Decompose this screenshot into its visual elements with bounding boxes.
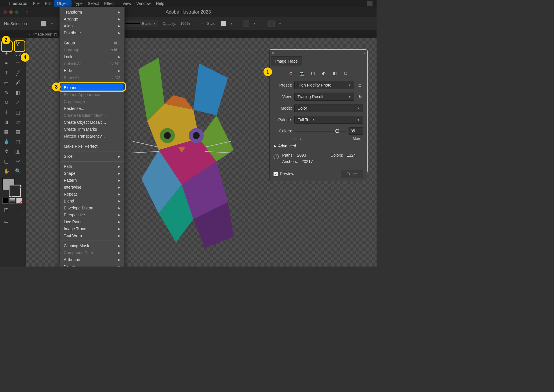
hand-tool[interactable]: ✋ (1, 166, 12, 176)
color-mode-gradient-icon[interactable] (9, 198, 15, 204)
menu-item-clipping-mask[interactable]: Clipping Mask▶ (60, 242, 124, 249)
fill-swatch[interactable] (41, 21, 46, 27)
menu-select[interactable]: Select (88, 1, 99, 6)
menu-item-pattern[interactable]: Pattern▶ (60, 177, 124, 184)
free-transform-tool[interactable]: ◫ (12, 107, 24, 117)
rotate-tool[interactable]: ↻ (1, 97, 12, 107)
preset-lowcolor-icon[interactable]: ◫ (310, 70, 316, 76)
minimize-window-icon[interactable] (9, 10, 13, 14)
chevron-right-icon[interactable]: › (202, 22, 203, 25)
menu-item-make-pixel-perfect[interactable]: Make Pixel Perfect (60, 143, 124, 150)
mesh-tool[interactable]: ▦ (1, 127, 12, 137)
menu-window[interactable]: Window (136, 1, 151, 6)
menu-item-rasterize[interactable]: Rasterize... (60, 105, 124, 112)
advanced-toggle[interactable]: ▶Advanced (269, 141, 367, 151)
mode-select[interactable]: Color▼ (294, 104, 363, 112)
menu-help[interactable]: Help (156, 1, 164, 6)
trace-button[interactable]: Trace (341, 170, 363, 178)
artboard-tool[interactable]: ▢ (1, 156, 12, 166)
edit-toolbar-tool[interactable]: ⋯ (12, 205, 24, 215)
menu-item-distribute[interactable]: Distribute▶ (60, 29, 124, 36)
menu-item-blend[interactable]: Blend▶ (60, 198, 124, 205)
home-icon[interactable]: ⌂ (25, 9, 29, 15)
color-mode-none-icon[interactable] (16, 198, 22, 204)
stroke-profile-select[interactable]: Basic ▼ (119, 20, 158, 27)
menu-item-text-wrap[interactable]: Text Wrap▶ (60, 232, 124, 239)
preset-menu-icon[interactable]: ≣ (357, 82, 363, 88)
zoom-window-icon[interactable] (15, 10, 18, 14)
menu-item-flatten-transparency[interactable]: Flatten Transparency... (60, 133, 124, 140)
menu-item-align[interactable]: Align▶ (60, 22, 124, 29)
colors-slider[interactable] (294, 128, 346, 134)
width-tool[interactable]: ⟊ (1, 107, 12, 117)
scale-tool[interactable]: ⤢ (12, 97, 24, 107)
menu-item-hide[interactable]: Hide▶ (60, 67, 124, 74)
menu-type[interactable]: Type (74, 1, 83, 6)
preset-auto-icon[interactable]: ⚙ (288, 70, 294, 76)
preset-outline-icon[interactable]: ⬠ (342, 70, 349, 76)
graphic-style-swatch[interactable] (220, 21, 226, 27)
preset-bw-icon[interactable]: ◧ (332, 70, 338, 76)
chevron-down-icon[interactable]: ▼ (279, 22, 282, 25)
traffic-lights[interactable] (3, 10, 18, 14)
menu-item-envelope-distort[interactable]: Envelope Distort▶ (60, 205, 124, 211)
menu-item-create-trim-marks[interactable]: Create Trim Marks (60, 126, 124, 133)
menu-file[interactable]: File (33, 1, 40, 6)
pen-tool[interactable]: ✒ (1, 58, 12, 68)
close-window-icon[interactable] (3, 10, 7, 14)
rectangle-tool[interactable]: ▭ (1, 78, 12, 88)
align-button[interactable] (243, 20, 249, 27)
shape-builder-tool[interactable]: ◑ (1, 117, 12, 127)
traced-cat-image[interactable] (107, 52, 257, 254)
shaper-tool[interactable]: ✎ (1, 88, 12, 97)
preset-grayscale-icon[interactable]: ◐ (321, 70, 327, 76)
menu-item-expand[interactable]: Expand... (61, 84, 123, 91)
drawing-mode-tool[interactable]: ▭ (1, 216, 12, 226)
symbol-sprayer-tool[interactable]: ✲ (1, 147, 12, 156)
menu-effect[interactable]: Effect (104, 1, 115, 6)
view-eye-icon[interactable]: 👁 (357, 94, 363, 99)
menu-item-repeat[interactable]: Repeat▶ (60, 191, 124, 198)
menu-item-shape[interactable]: Shape▶ (60, 170, 124, 177)
collapse-panel-icon[interactable]: ‹‹ (364, 51, 365, 55)
paintbrush-tool[interactable]: 🖌 (12, 78, 24, 88)
menu-item-lock[interactable]: Lock▶ (60, 53, 124, 60)
chevron-down-icon[interactable]: ▼ (50, 22, 53, 25)
menu-item-group[interactable]: Group⌘G (60, 40, 124, 46)
color-mode-solid-icon[interactable] (2, 198, 8, 204)
type-tool[interactable]: T (1, 68, 12, 78)
menu-item-live-paint[interactable]: Live Paint▶ (60, 218, 124, 225)
screen-mode-tool[interactable]: ◰ (1, 205, 12, 215)
line-tool[interactable]: ╱ (12, 68, 24, 78)
menu-item-perspective[interactable]: Perspective▶ (60, 211, 124, 218)
menu-item-slice[interactable]: Slice▶ (60, 153, 124, 160)
menu-item-arrange[interactable]: Arrange▶ (60, 16, 124, 22)
colors-input[interactable]: 85 (349, 127, 363, 135)
menu-item-artboards[interactable]: Artboards▶ (60, 256, 124, 263)
menu-item-intertwine[interactable]: Intertwine▶ (60, 184, 124, 191)
menu-edit[interactable]: Edit (45, 1, 52, 6)
eyedropper-tool[interactable]: 💧 (1, 137, 12, 147)
palette-select[interactable]: Full Tone▼ (294, 116, 363, 124)
close-panel-icon[interactable]: × (272, 51, 274, 55)
chevron-down-icon[interactable]: ▼ (253, 22, 256, 25)
gradient-tool[interactable]: ▤ (12, 127, 24, 137)
preset-photo-icon[interactable]: 📷 (299, 70, 305, 76)
menu-object[interactable]: Object (54, 0, 71, 7)
chevron-down-icon[interactable]: ▼ (230, 22, 233, 25)
view-select[interactable]: Tracing Result▼ (294, 93, 354, 101)
menu-view[interactable]: View (123, 1, 131, 6)
panel-tab-image-trace[interactable]: Image Trace (271, 56, 302, 66)
eraser-tool[interactable]: ◧ (12, 88, 24, 97)
stroke-color-icon[interactable] (9, 185, 21, 197)
opacity-label[interactable]: Opacity: (162, 21, 176, 26)
menu-item-graph[interactable]: Graph▶ (60, 263, 124, 267)
perspective-tool[interactable]: ▱ (12, 117, 24, 127)
preview-checkbox[interactable]: ✓ Preview (274, 172, 294, 176)
zoom-tool[interactable]: 🔍 (12, 166, 24, 176)
opacity-value[interactable]: 100% (180, 21, 190, 26)
fill-stroke-control[interactable] (2, 178, 23, 197)
graph-tool[interactable]: ▯▯ (12, 147, 24, 156)
close-tab-icon[interactable]: × (28, 32, 31, 36)
menu-item-path[interactable]: Path▶ (60, 163, 124, 170)
